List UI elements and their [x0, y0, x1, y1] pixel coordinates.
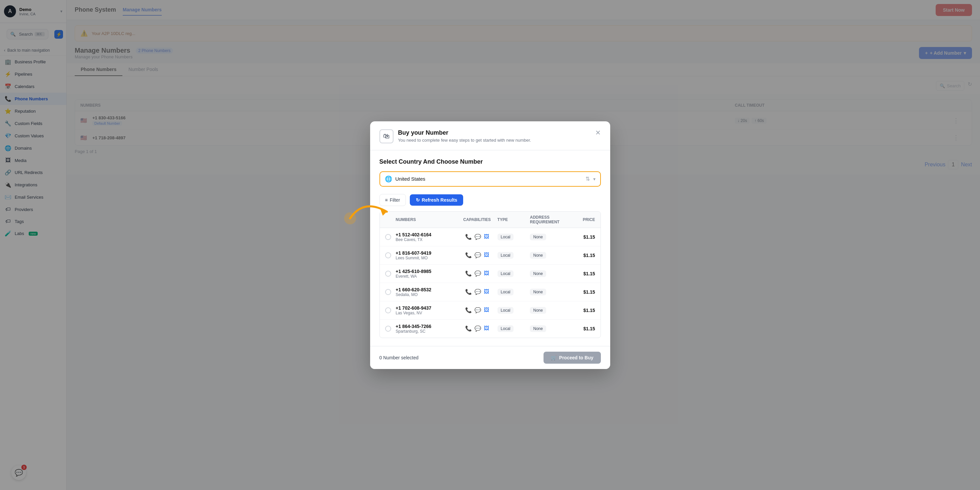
radio-button[interactable]: [385, 307, 391, 313]
capabilities-cell: 📞 💬 🖼: [457, 289, 498, 295]
type-cell: Local: [498, 307, 530, 313]
radio-button[interactable]: [385, 234, 391, 240]
price-cell: $1.15: [571, 290, 595, 295]
chevron-down-icon: ▾: [593, 177, 595, 182]
sms-cap-icon: 💬: [474, 289, 481, 295]
phone-cap-icon: 📞: [465, 325, 472, 332]
price-cell: $1.15: [571, 326, 595, 331]
radio-cell[interactable]: [385, 252, 396, 258]
radio-cell[interactable]: [385, 270, 396, 277]
phone-cap-icon: 📞: [465, 270, 472, 277]
mms-cap-icon: 🖼: [484, 270, 489, 277]
proceed-to-buy-button[interactable]: 🛒 Proceed to Buy: [544, 352, 601, 364]
phone-number: +1 512-402-6164: [396, 232, 457, 237]
radio-cell[interactable]: [385, 307, 396, 313]
col-address-req: Address Requirement: [530, 215, 571, 224]
address-cell: None: [530, 234, 571, 240]
price-value: $1.15: [583, 290, 595, 295]
radio-button[interactable]: [385, 326, 391, 332]
number-info-cell: +1 512-402-6164 Bee Caves, TX: [396, 232, 457, 242]
modal-title-group: Buy your Number You need to complete few…: [398, 129, 531, 143]
selected-count: 0 Number selected: [379, 355, 419, 360]
radio-cell[interactable]: [385, 289, 396, 295]
filter-row: ≡ Filter ↻ Refresh Results: [379, 194, 601, 206]
modal-header: 🛍 Buy your Number You need to complete f…: [370, 121, 610, 150]
filter-icon: ⇅: [585, 176, 590, 182]
mms-cap-icon: 🖼: [484, 252, 489, 258]
capabilities-cell: 📞 💬 🖼: [457, 234, 498, 240]
modal-table-row[interactable]: +1 816-607-9419 Lees Summit, MO 📞 💬 🖼 Lo…: [380, 247, 601, 265]
cart-icon: 🛒: [551, 355, 557, 360]
modal-table-header: Numbers Capabilities Type Address Requir…: [380, 212, 601, 228]
addr-badge: None: [530, 325, 546, 332]
modal-table-row[interactable]: +1 512-402-6164 Bee Caves, TX 📞 💬 🖼 Loca…: [380, 228, 601, 247]
type-badge: Local: [498, 289, 514, 295]
sms-cap-icon: 💬: [474, 325, 481, 332]
type-badge: Local: [498, 307, 514, 313]
modal-table-row[interactable]: +1 702-608-9437 Las Vegas, NV 📞 💬 🖼 Loca…: [380, 301, 601, 320]
radio-cell[interactable]: [385, 326, 396, 332]
modal-body: Select Country And Choose Number 🌐 Unite…: [370, 150, 610, 346]
radio-button[interactable]: [385, 252, 391, 258]
address-cell: None: [530, 325, 571, 332]
sms-cap-icon: 💬: [474, 270, 481, 277]
price-value: $1.15: [583, 326, 595, 331]
price-cell: $1.15: [571, 253, 595, 258]
address-cell: None: [530, 252, 571, 259]
mms-cap-icon: 🖼: [484, 289, 489, 295]
country-selector[interactable]: 🌐 United States ⇅ ▾: [379, 171, 601, 187]
type-cell: Local: [498, 234, 530, 240]
globe-icon: 🌐: [385, 175, 392, 183]
address-cell: None: [530, 270, 571, 277]
col-numbers: Numbers: [396, 217, 457, 222]
phone-location: Lees Summit, MO: [396, 256, 457, 260]
sms-cap-icon: 💬: [474, 252, 481, 258]
col-type: Type: [498, 217, 530, 222]
buy-number-modal: 🛍 Buy your Number You need to complete f…: [370, 121, 610, 369]
addr-badge: None: [530, 270, 546, 277]
type-cell: Local: [498, 325, 530, 332]
number-info-cell: +1 816-607-9419 Lees Summit, MO: [396, 250, 457, 260]
phone-location: Everett, WA: [396, 274, 457, 278]
modal-table-row[interactable]: +1 864-345-7266 Spartanburg, SC 📞 💬 🖼 Lo…: [380, 320, 601, 338]
phone-cap-icon: 📞: [465, 252, 472, 258]
sms-cap-icon: 💬: [474, 234, 481, 240]
phone-number: +1 660-620-8532: [396, 287, 457, 292]
radio-button[interactable]: [385, 270, 391, 277]
number-info-cell: +1 660-620-8532 Sedalia, MO: [396, 287, 457, 297]
refresh-icon: ↻: [416, 197, 420, 203]
capabilities-cell: 📞 💬 🖼: [457, 252, 498, 258]
modal-table-row[interactable]: +1 660-620-8532 Sedalia, MO 📞 💬 🖼 Local …: [380, 283, 601, 301]
modal-overlay: 🛍 Buy your Number You need to complete f…: [0, 0, 980, 490]
filter-button[interactable]: ≡ Filter: [379, 194, 406, 206]
country-value: United States: [396, 176, 582, 182]
type-cell: Local: [498, 252, 530, 259]
addr-badge: None: [530, 289, 546, 295]
phone-cap-icon: 📞: [465, 289, 472, 295]
phone-cap-icon: 📞: [465, 234, 472, 240]
phone-location: Bee Caves, TX: [396, 237, 457, 242]
modal-subtitle: You need to complete few easy steps to g…: [398, 138, 531, 143]
modal-table-row[interactable]: +1 425-610-8985 Everett, WA 📞 💬 🖼 Local …: [380, 265, 601, 283]
radio-cell[interactable]: [385, 234, 396, 240]
filter-icon: ≡: [385, 197, 388, 203]
capabilities-cell: 📞 💬 🖼: [457, 270, 498, 277]
phone-cap-icon: 📞: [465, 307, 472, 313]
type-badge: Local: [498, 234, 514, 240]
refresh-results-button[interactable]: ↻ Refresh Results: [410, 194, 463, 206]
price-cell: $1.15: [571, 234, 595, 240]
svg-point-1: [344, 212, 356, 224]
phone-location: Las Vegas, NV: [396, 311, 457, 315]
type-badge: Local: [498, 325, 514, 332]
close-icon[interactable]: ✕: [595, 129, 601, 136]
phone-number: +1 425-610-8985: [396, 269, 457, 274]
radio-button[interactable]: [385, 289, 391, 295]
price-cell: $1.15: [571, 271, 595, 276]
price-value: $1.15: [583, 308, 595, 313]
number-info-cell: +1 425-610-8985 Everett, WA: [396, 269, 457, 278]
type-badge: Local: [498, 252, 514, 259]
type-cell: Local: [498, 270, 530, 277]
addr-badge: None: [530, 234, 546, 240]
section-title: Select Country And Choose Number: [379, 158, 601, 165]
mms-cap-icon: 🖼: [484, 325, 489, 332]
